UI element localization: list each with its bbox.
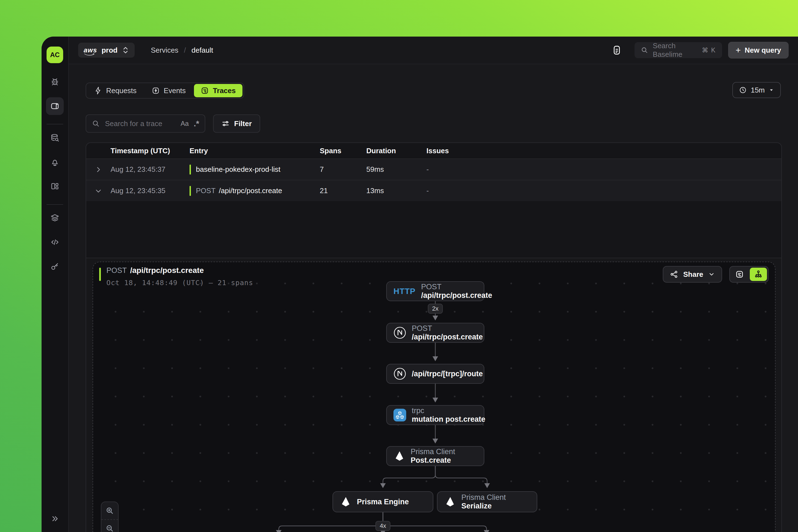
nextjs-icon (394, 326, 406, 339)
bug-icon[interactable] (48, 75, 61, 89)
view-tab-group: Requests Events Traces (86, 82, 244, 99)
environment-name: prod (101, 46, 117, 55)
span-node-nextjs-route[interactable]: /api/trpc/[trpc]/route (386, 364, 484, 384)
col-entry: Entry (190, 147, 320, 155)
lightning-icon (94, 87, 102, 95)
span-node-trpc[interactable]: trpc mutation post.create (386, 405, 484, 425)
breadcrumb-services[interactable]: Services (151, 46, 178, 55)
flow-connectors (93, 262, 776, 532)
main-area: aws prod Services / default (69, 37, 798, 532)
layers-icon[interactable] (48, 211, 61, 225)
caret-down-icon (768, 87, 774, 93)
trace-color-bar (190, 165, 191, 174)
topbar: aws prod Services / default (69, 37, 798, 64)
diagram-zoom-controls (101, 501, 119, 532)
sidebar-divider (46, 204, 63, 205)
prisma-icon (340, 496, 352, 508)
span-node-prisma-engine[interactable]: Prisma Engine (332, 491, 433, 512)
search-icon (641, 46, 648, 54)
sidebar-expand-chevrons-icon[interactable] (48, 512, 61, 525)
changelog-icon[interactable] (610, 41, 624, 59)
tab-traces[interactable]: Traces (194, 84, 242, 97)
new-query-button[interactable]: + New query (728, 42, 788, 58)
span-node-nextjs[interactable]: POST /api/trpc/post.create (386, 323, 484, 343)
col-duration: Duration (366, 147, 426, 155)
sidebar-divider (46, 124, 63, 125)
clock-icon (739, 86, 747, 94)
tab-requests[interactable]: Requests (87, 84, 143, 97)
trpc-icon (394, 409, 406, 421)
global-search-input[interactable]: Search Baselime ⌘ K (634, 42, 722, 58)
trace-detail-area: POST/api/trpc/post.create Oct 18, 14:48:… (86, 258, 781, 532)
search-icon (92, 119, 100, 128)
chevron-down-icon[interactable] (86, 187, 111, 194)
multiplier-badge: 2x (428, 304, 443, 314)
tab-events[interactable]: Events (145, 84, 193, 97)
prisma-icon (394, 450, 405, 462)
col-issues: Issues (426, 147, 781, 155)
app-window: AC (41, 37, 798, 532)
table-header-row: Timestamp (UTC) Entry Spans Duration Iss… (86, 143, 781, 158)
aws-logo: aws (84, 46, 97, 54)
code-icon[interactable] (48, 235, 61, 249)
updown-chevrons-icon (122, 46, 129, 54)
query-database-icon[interactable] (48, 131, 61, 145)
col-spans: Spans (320, 147, 366, 155)
trace-search-placeholder: Search for a trace (105, 119, 176, 128)
http-icon: HTTP (394, 287, 416, 296)
trace-list-icon (201, 87, 209, 95)
alerts-bell-icon[interactable] (48, 155, 61, 169)
traces-table: Timestamp (UTC) Entry Spans Duration Iss… (86, 142, 782, 532)
filter-button[interactable]: Filter (213, 114, 260, 133)
trace-flow-panel: POST/api/trpc/post.create Oct 18, 14:48:… (93, 262, 776, 532)
content: Requests Events Traces (69, 64, 798, 532)
avatar[interactable]: AC (46, 46, 63, 63)
table-row[interactable]: Aug 12, 23:45:37 baseline-pokedex-prod-l… (86, 158, 781, 180)
col-timestamp: Timestamp (UTC) (111, 147, 190, 155)
trace-color-bar (190, 186, 191, 196)
breadcrumb-current: default (191, 46, 213, 55)
key-icon[interactable] (48, 260, 61, 273)
table-row-expanded[interactable]: Aug 12, 23:45:35 POST/api/trpc/post.crea… (86, 180, 781, 201)
sidebar: AC (41, 37, 69, 532)
time-range-selector[interactable]: 15m (732, 82, 781, 98)
multiplier-badge: 4x (376, 521, 391, 531)
match-case-toggle[interactable]: Aa (180, 120, 189, 128)
breadcrumb-separator: / (184, 46, 186, 55)
zoom-out-button[interactable] (101, 519, 118, 532)
event-badge-icon (152, 87, 160, 95)
dashboards-icon[interactable] (48, 179, 61, 193)
global-search-placeholder: Search Baselime (653, 41, 698, 59)
chevron-right-icon[interactable] (86, 166, 111, 173)
breadcrumb: Services / default (151, 46, 213, 55)
search-shortcut: ⌘ K (702, 46, 716, 54)
environment-selector[interactable]: aws prod (78, 43, 135, 58)
zoom-in-button[interactable] (101, 502, 118, 519)
nextjs-icon (394, 367, 406, 380)
sliders-icon (222, 119, 230, 128)
span-node-prisma-client[interactable]: Prisma Client Post.create (386, 446, 484, 466)
sidebar-item-services-active[interactable] (46, 97, 64, 115)
span-node-prisma-client-serialize[interactable]: Prisma Client Serialize (437, 491, 537, 512)
span-node-http[interactable]: HTTP POST /api/trpc/post.create (386, 281, 484, 301)
prisma-icon (444, 496, 456, 508)
regex-toggle[interactable]: .* (194, 119, 199, 128)
trace-search-input[interactable]: Search for a trace Aa .* (86, 114, 205, 133)
